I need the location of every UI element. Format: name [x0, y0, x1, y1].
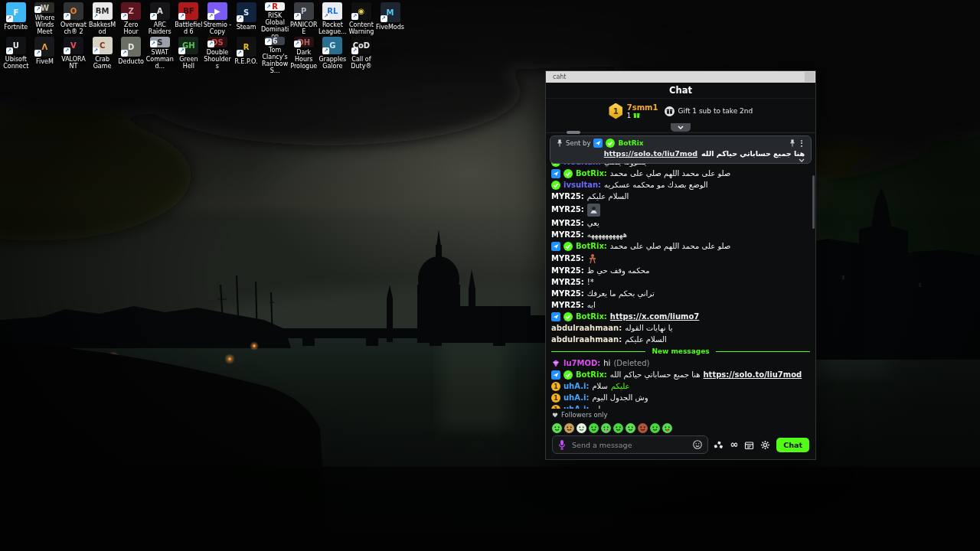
bot-badge-icon — [593, 139, 603, 148]
pinned-author[interactable]: BotRix — [618, 139, 643, 147]
desktop-icon[interactable]: ▶↗Stremio - Copy — [203, 2, 232, 35]
desktop-icon[interactable]: S↗SWAT Command... — [145, 37, 175, 70]
quick-emote-icon[interactable] — [662, 422, 672, 432]
chat-username[interactable]: MYR25: — [551, 254, 584, 263]
chat-username[interactable]: MYR25: — [551, 205, 584, 214]
chat-bottom-bar: Followers only ∞ Chat — [546, 409, 815, 459]
gift-leaderboard[interactable]: 1 7smm1 1 Gift 1 sub to take 2nd — [546, 99, 815, 123]
chat-username[interactable]: MYR25: — [551, 219, 584, 228]
chat-username[interactable]: uhA.i: — [564, 382, 589, 391]
chat-message-text: يا نهايات القوله — [625, 324, 672, 333]
chat-username[interactable]: BotRix: — [576, 312, 607, 321]
chat-username[interactable]: ivsultan: — [564, 181, 601, 190]
pinned-message-link[interactable]: https://solo.to/liu7mod — [604, 149, 697, 158]
quick-emote-icon[interactable] — [552, 422, 562, 432]
chat-username[interactable]: BotRix: — [576, 370, 607, 380]
chat-username[interactable]: abdulraahmaan: — [551, 335, 622, 344]
desktop-icon[interactable]: 6↗Tom Clancy's Rainbow S... — [260, 37, 289, 70]
chat-link[interactable]: https://x.com/liumo7 — [610, 312, 699, 321]
chat-message-text: ايه — [592, 405, 600, 409]
settings-gear-icon[interactable] — [760, 440, 770, 450]
emoji-picker-icon[interactable] — [693, 440, 702, 449]
chat-username[interactable]: MYR25: — [551, 301, 584, 310]
shortcut-arrow-icon: ↗ — [34, 6, 41, 13]
desktop-icon[interactable]: V↗VALORANT — [59, 37, 88, 70]
desktop-icon[interactable]: S↗Steam — [232, 2, 261, 35]
desktop-icon[interactable]: G↗Grapples Galore — [318, 37, 348, 70]
chat-emote[interactable] — [587, 204, 600, 217]
desktop-icon[interactable]: ◉↗Content Warning — [347, 2, 376, 35]
divider-line — [551, 351, 645, 352]
desktop-icon-art: O↗ — [64, 2, 83, 20]
pinned-menu-button[interactable] — [799, 140, 805, 147]
desktop-icon-label: Tom Clancy's Rainbow S... — [261, 47, 289, 74]
pin-icon[interactable] — [789, 139, 795, 148]
desktop-icon[interactable]: W↗Where Winds Meet — [31, 2, 60, 35]
desktop-icon-label: Battlefield 6 — [175, 21, 203, 35]
desktop-icon[interactable]: BM↗BakkesMod — [88, 2, 117, 35]
chat-username[interactable]: BotRix: — [576, 169, 607, 178]
chat-username[interactable]: lu7MOD: — [564, 359, 600, 368]
desktop-icon[interactable]: U↗Ubisoft Connect — [2, 37, 31, 70]
desktop-icon-art: ▶↗ — [207, 2, 227, 20]
verified-badge-icon — [551, 181, 560, 190]
desktop-icon[interactable]: P↗PANICORE — [289, 2, 318, 35]
desktop-icon[interactable]: F↗Fortnite — [2, 2, 31, 35]
microphone-icon[interactable] — [558, 439, 566, 450]
chat-scrollbar[interactable] — [812, 175, 815, 229]
desktop-icon[interactable]: DH↗Dark Hours Prologue — [289, 37, 318, 70]
desktop-icon[interactable]: DS↗Double Shoulders — [203, 37, 232, 70]
chat-emote[interactable] — [587, 253, 598, 264]
quick-emote-icon[interactable] — [638, 422, 648, 432]
desktop-icon[interactable]: R↗R.E.P.O. — [232, 37, 261, 70]
chat-username[interactable]: MYR25: — [551, 192, 584, 201]
verified-badge-icon — [564, 370, 573, 380]
desktop-icon-art: BM↗ — [93, 2, 113, 20]
desktop-icon[interactable]: CoD↗Call of Duty® — [347, 37, 376, 70]
leaderboard-username[interactable]: 7smm1 — [627, 103, 658, 112]
shortcut-arrow-icon: ↗ — [265, 38, 272, 45]
followers-only-label: Followers only — [561, 411, 608, 419]
quick-emote-icon[interactable] — [626, 422, 635, 432]
window-titlebar[interactable]: caht — [546, 71, 815, 83]
desktop-icon[interactable]: R↗RISK Global Domination — [260, 2, 289, 35]
verified-badge-icon — [564, 242, 573, 251]
desktop-icon[interactable]: M↗FiveMods — [376, 2, 405, 35]
shortcut-arrow-icon: ↗ — [34, 50, 41, 57]
new-messages-label: New messages — [652, 347, 709, 355]
desktop-icon[interactable]: C↗Crab Game — [88, 37, 117, 70]
chat-username[interactable]: abdulraahmaan: — [551, 324, 622, 333]
quick-emote-icon[interactable] — [564, 422, 574, 432]
quick-emote-icon[interactable] — [613, 422, 623, 432]
chat-username[interactable]: MYR25: — [551, 278, 584, 287]
desktop-icon[interactable]: A↗ARC Raiders — [145, 2, 175, 35]
expand-leaderboard-button[interactable] — [671, 123, 691, 132]
chat-username[interactable]: MYR25: — [551, 266, 584, 276]
chat-message-text: ايه — [587, 301, 596, 310]
chat-username[interactable]: MYR25: — [551, 230, 584, 240]
message-input[interactable] — [570, 440, 688, 450]
desktop-icon[interactable]: BF↗Battlefield 6 — [175, 2, 204, 35]
quick-emote-icon[interactable] — [601, 422, 611, 432]
chat-username[interactable]: uhA.i: — [564, 393, 589, 403]
chat-username[interactable]: MYR25: — [551, 289, 584, 298]
send-chat-button[interactable]: Chat — [776, 438, 809, 452]
quick-emote-icon[interactable] — [577, 422, 586, 432]
desktop-icon[interactable]: RL↗Rocket League... — [318, 2, 348, 35]
chat-username[interactable]: BotRix: — [576, 242, 607, 251]
infinity-icon[interactable]: ∞ — [730, 440, 738, 449]
desktop-icon[interactable]: O↗Overwatch® 2 — [59, 2, 88, 35]
desktop-icon[interactable]: Z↗Zero Hour — [116, 2, 145, 35]
quick-emote-icon[interactable] — [650, 422, 660, 432]
desktop-icon[interactable]: Λ↗FiveM — [31, 37, 60, 70]
store-icon[interactable] — [744, 440, 754, 450]
desktop-icon[interactable]: D↗Deducto — [116, 37, 145, 70]
pinned-collapse-chevron-icon[interactable] — [799, 158, 805, 162]
chat-username[interactable]: uhA.i: — [564, 405, 589, 409]
pinned-message[interactable]: Sent by BotRix هنا جميع حساباتي حياكم ال… — [550, 135, 812, 164]
bits-icon[interactable] — [714, 441, 724, 449]
window-close-button[interactable] — [805, 72, 815, 82]
quick-emote-icon[interactable] — [589, 422, 599, 432]
chat-link[interactable]: https://solo.to/liu7mod — [703, 370, 802, 380]
desktop-icon[interactable]: GH↗Green Hell — [175, 37, 204, 70]
